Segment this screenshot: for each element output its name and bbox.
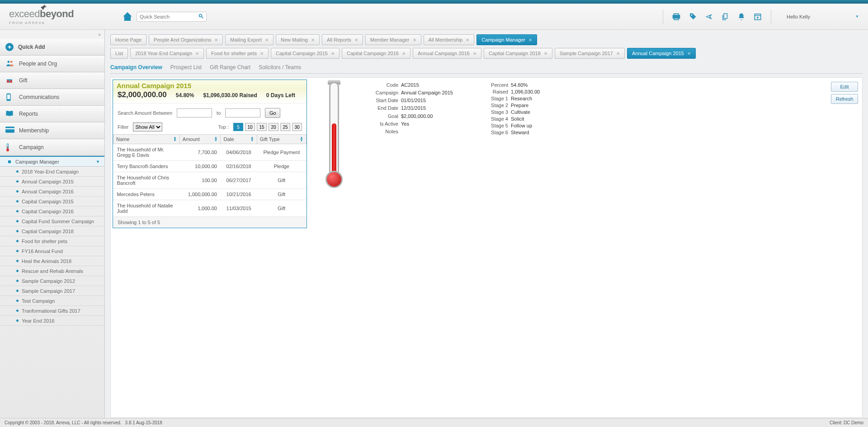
sidebar-subnav-item[interactable]: Year End 2016 bbox=[0, 316, 104, 326]
inner-tab[interactable]: Prospect List bbox=[170, 64, 202, 71]
tab[interactable]: New Mailing✕ bbox=[276, 34, 320, 45]
close-icon[interactable]: ✕ bbox=[528, 38, 532, 42]
close-icon[interactable]: ✕ bbox=[413, 38, 416, 42]
tab[interactable]: Home Page bbox=[110, 34, 146, 45]
nav-communications[interactable]: Communications bbox=[0, 89, 104, 106]
tab[interactable]: Annual Campaign 2016✕ bbox=[413, 48, 481, 59]
inner-tab[interactable]: Campaign Overview bbox=[110, 64, 162, 71]
amount-from-input[interactable] bbox=[177, 108, 212, 117]
table-row[interactable]: Mercedes Peters1,000,000.0010/21/2016Gif… bbox=[113, 189, 307, 200]
sidebar-subnav-item[interactable]: Sample Campaign 2012 bbox=[0, 276, 104, 286]
campaign-overview-box: Annual Campaign 2015 $2,000,000.00 54.80… bbox=[113, 80, 307, 228]
user-menu[interactable]: Hello Kelly ▼ bbox=[787, 14, 859, 19]
sidebar-subnav-item[interactable]: Rescue and Rehab Animals bbox=[0, 266, 104, 276]
tab[interactable]: Campaign Manager✕ bbox=[476, 34, 537, 45]
amount-to-input[interactable] bbox=[225, 108, 260, 117]
filter-select[interactable]: Show All bbox=[133, 122, 162, 131]
logo[interactable]: exceedbeyond FROM ARREVA bbox=[0, 8, 102, 25]
close-icon[interactable]: ✕ bbox=[214, 38, 218, 42]
top-count-button[interactable]: 15 bbox=[257, 123, 267, 131]
top-count-button[interactable]: 10 bbox=[245, 123, 255, 131]
close-icon[interactable]: ✕ bbox=[260, 51, 264, 56]
close-icon[interactable]: ✕ bbox=[311, 38, 315, 42]
search-icon[interactable] bbox=[198, 14, 204, 19]
column-header[interactable]: Name▲▼ bbox=[113, 135, 180, 144]
nav-people-org[interactable]: People and Org bbox=[0, 56, 104, 72]
tab[interactable]: All Membership✕ bbox=[424, 34, 475, 45]
quick-search-input[interactable] bbox=[137, 12, 207, 22]
detail-key: Percent bbox=[471, 82, 508, 88]
sidebar-subnav-item[interactable]: Annual Campaign 2015 bbox=[0, 177, 104, 187]
sidebar-subnav-item[interactable]: FY16 Annual Fund bbox=[0, 246, 104, 256]
detail-value: Cultivate bbox=[511, 109, 540, 115]
close-icon[interactable]: ✕ bbox=[687, 51, 691, 56]
nav-reports[interactable]: Reports bbox=[0, 106, 104, 122]
inner-tab[interactable]: Solicitors / Teams bbox=[259, 64, 301, 71]
sidebar-subnav-item[interactable]: Annual Campaign 2016 bbox=[0, 187, 104, 197]
top-count-button[interactable]: 30 bbox=[292, 123, 302, 131]
table-row[interactable]: Terry Bancroft-Sanders10,000.0002/16/201… bbox=[113, 161, 307, 172]
close-icon[interactable]: ✕ bbox=[354, 38, 358, 42]
copy-icon[interactable] bbox=[718, 10, 732, 23]
top-count-button[interactable]: 20 bbox=[269, 123, 278, 131]
close-icon[interactable]: ✕ bbox=[195, 51, 199, 56]
close-icon[interactable]: ✕ bbox=[466, 38, 469, 42]
home-icon[interactable] bbox=[122, 11, 133, 22]
sidebar-subnav-item[interactable]: Captial Campaign 2018 bbox=[0, 226, 104, 236]
send-icon[interactable] bbox=[702, 10, 716, 23]
detail-value: Prepare bbox=[511, 103, 540, 108]
column-header[interactable]: Amount▲▼ bbox=[179, 135, 221, 144]
refresh-button[interactable]: Refresh bbox=[831, 94, 858, 104]
subnav-campaign-manager[interactable]: Campaign Manager ▼ bbox=[0, 156, 104, 167]
tab[interactable]: List bbox=[110, 48, 128, 59]
close-icon[interactable]: ✕ bbox=[616, 51, 620, 56]
add-calendar-icon[interactable] bbox=[751, 10, 764, 23]
column-header[interactable]: Gift Type▲▼ bbox=[257, 135, 306, 144]
top-count-button[interactable]: 25 bbox=[280, 123, 290, 131]
tab[interactable]: Sample Campaign 2017✕ bbox=[555, 48, 625, 59]
nav-campaign[interactable]: Campaign bbox=[0, 139, 104, 156]
close-icon[interactable]: ✕ bbox=[544, 51, 547, 56]
nav-membership[interactable]: Membership bbox=[0, 122, 104, 139]
tab[interactable]: Annual Campaign 2015✕ bbox=[627, 48, 696, 59]
tab[interactable]: Capital Campaign 2015✕ bbox=[271, 48, 340, 59]
close-icon[interactable]: ✕ bbox=[265, 38, 269, 42]
tab[interactable]: Capital Campaign 2016✕ bbox=[342, 48, 410, 59]
sidebar-subnav-item[interactable]: Sample Campaign 2017 bbox=[0, 286, 104, 296]
edit-button[interactable]: Edit bbox=[831, 82, 858, 92]
bell-icon[interactable] bbox=[735, 10, 748, 23]
detail-value: 54.80% bbox=[511, 82, 540, 88]
sidebar-subnav-item[interactable]: Capital Fund Summer Campaign bbox=[0, 216, 104, 226]
sidebar-subnav-item[interactable]: 2018 Year-End Campaign bbox=[0, 167, 104, 177]
table-row[interactable]: The Household of Mr. Gregg E Davis7,700.… bbox=[113, 144, 307, 161]
column-header[interactable]: Date▲▼ bbox=[221, 135, 257, 144]
tab[interactable]: Member Manager✕ bbox=[365, 34, 421, 45]
collapse-sidebar-icon[interactable]: « bbox=[0, 30, 104, 39]
header: exceedbeyond FROM ARREVA Hello Kelly ▼ bbox=[0, 4, 868, 30]
tab[interactable]: Captial Campaign 2018✕ bbox=[484, 48, 552, 59]
tab[interactable]: 2018 Year-End Campaign✕ bbox=[130, 48, 204, 59]
top-count-button[interactable]: 5 bbox=[233, 123, 243, 131]
close-icon[interactable]: ✕ bbox=[331, 51, 335, 56]
sidebar-subnav-item[interactable]: Tranformational Gifts 2017 bbox=[0, 306, 104, 316]
close-icon[interactable]: ✕ bbox=[402, 51, 406, 56]
print-icon[interactable] bbox=[670, 10, 683, 23]
table-row[interactable]: The Household of Natalie Judd1,000.0011/… bbox=[113, 200, 307, 217]
tab[interactable]: People And Organizations✕ bbox=[149, 34, 223, 45]
divider bbox=[771, 9, 771, 24]
tag-icon[interactable] bbox=[686, 10, 699, 23]
inner-tab[interactable]: Gift Range Chart bbox=[210, 64, 250, 71]
tab[interactable]: Food for shelter pets✕ bbox=[206, 48, 269, 59]
sidebar-subnav-item[interactable]: Test Campaign bbox=[0, 296, 104, 306]
sidebar-subnav-item[interactable]: Capital Campaign 2015 bbox=[0, 197, 104, 206]
nav-gift[interactable]: Gift bbox=[0, 72, 104, 89]
nav-quick-add[interactable]: + Quick Add bbox=[0, 39, 104, 56]
table-row[interactable]: The Household of Chris Bancroft100.0006/… bbox=[113, 172, 307, 189]
tab[interactable]: Mailing Export✕ bbox=[225, 34, 274, 45]
sidebar-subnav-item[interactable]: Heal the Animals 2018 bbox=[0, 256, 104, 266]
sidebar-subnav-item[interactable]: Food for shelter pets bbox=[0, 236, 104, 246]
go-button[interactable]: Go bbox=[265, 108, 280, 118]
sidebar-subnav-item[interactable]: Capital Campaign 2016 bbox=[0, 206, 104, 216]
close-icon[interactable]: ✕ bbox=[473, 51, 476, 56]
tab[interactable]: All Reports✕ bbox=[322, 34, 363, 45]
